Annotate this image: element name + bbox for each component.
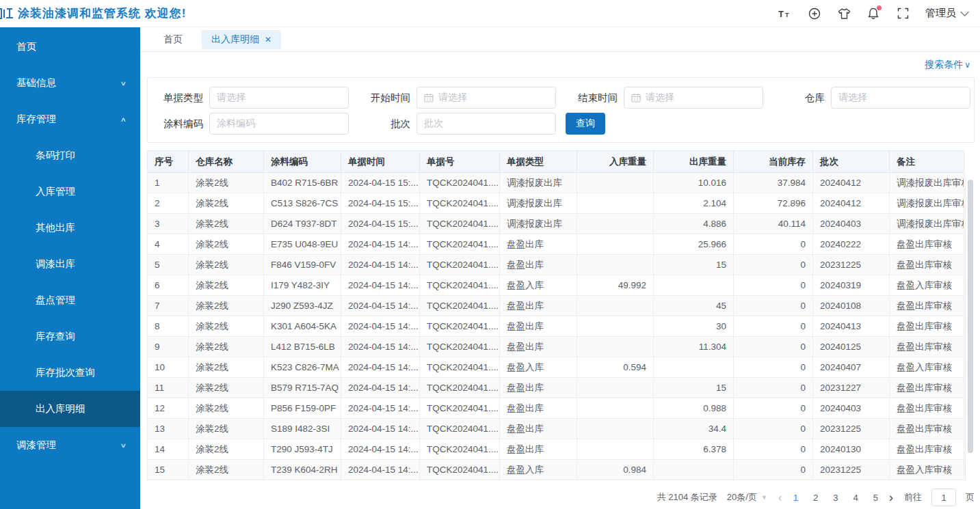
sidebar-item-label: 库存管理 — [16, 113, 56, 126]
column-header[interactable]: 涂料编码 — [264, 151, 341, 173]
cell-out-weight: 0.988 — [654, 398, 734, 419]
sidebar-item-label: 条码打印 — [36, 149, 75, 162]
cell-doc-type: 盘盈出库 — [500, 255, 577, 275]
column-header[interactable]: 序号 — [148, 151, 189, 173]
table-row[interactable]: 9 涂装2线 L412 B715-6LB 2024-04-15 14:... T… — [148, 337, 964, 357]
sidebar-item[interactable]: 调漆管理 ∨ — [0, 427, 140, 463]
sidebar-item-label: 其他出库 — [36, 221, 75, 234]
table-row[interactable]: 15 涂装2线 T239 K604-2RH 2024-04-15 14:... … — [148, 460, 964, 480]
cell-in-weight — [577, 337, 654, 357]
goto-page-input[interactable] — [931, 489, 956, 506]
cell-doc-type: 盘盈出库 — [500, 296, 577, 316]
sidebar-item[interactable]: 基础信息 ∨ — [0, 65, 140, 101]
chevron-down-icon — [960, 8, 969, 16]
table-row[interactable]: 10 涂装2线 K523 C826-7MA 2024-04-15 14:... … — [148, 357, 964, 378]
user-menu[interactable]: 管理员 — [925, 7, 966, 20]
table-row[interactable]: 12 涂装2线 P856 F159-0PF 2024-04-15 14:... … — [148, 398, 964, 419]
input-placeholder: 请选择 — [838, 92, 867, 104]
tab-close-icon[interactable] — [265, 36, 272, 44]
calendar-icon — [424, 93, 434, 102]
next-page-button[interactable] — [888, 491, 895, 504]
column-header[interactable]: 单据时间 — [341, 151, 420, 173]
column-header[interactable]: 仓库名称 — [189, 151, 264, 173]
cell-doc-time: 2024-04-15 15:... — [341, 214, 420, 234]
filter-input[interactable]: 请选择 — [209, 87, 349, 109]
filter-field: 涂料编码 涂料编码 — [148, 113, 355, 135]
table-row[interactable]: 1 涂装2线 B402 R715-6BR 2024-04-15 15:... T… — [148, 173, 964, 193]
sidebar-item[interactable]: 其他出库 — [0, 210, 140, 246]
filter-input[interactable]: 请选择 — [624, 87, 763, 109]
search-criteria-toggle[interactable]: 搜索条件∨ — [925, 59, 970, 71]
page-number[interactable]: 5 — [873, 493, 878, 503]
cell-out-weight — [654, 357, 734, 378]
table-row[interactable]: 2 涂装2线 C513 S826-7CS 2024-04-15 15:... T… — [148, 193, 964, 214]
cell-doc-type: 盘盈出库 — [500, 234, 577, 255]
filter-label: 仓库 — [769, 92, 831, 105]
theme-shirt-icon[interactable] — [837, 7, 851, 20]
column-header[interactable]: 批次 — [813, 151, 890, 173]
cell-current-stock: 0 — [734, 296, 813, 316]
cell-warehouse: 涂装2线 — [189, 214, 264, 234]
sidebar-item[interactable]: 调漆出库 — [0, 246, 140, 282]
cell-doc-time: 2024-04-15 14:... — [341, 357, 420, 378]
table-row[interactable]: 8 涂装2线 K301 A604-5KA 2024-04-15 14:... T… — [148, 316, 964, 337]
column-header[interactable]: 单据类型 — [500, 151, 577, 173]
table-row[interactable]: 6 涂装2线 I179 Y482-3IY 2024-04-15 14:... T… — [148, 275, 964, 296]
page-number[interactable]: 1 — [793, 493, 798, 503]
filter-input[interactable]: 批次 — [416, 113, 556, 135]
sidebar-item-label: 首页 — [16, 40, 36, 53]
column-header[interactable]: 入库重量 — [577, 151, 654, 173]
cell-remark: 盘盈出库审核 — [890, 398, 964, 419]
cell-remark: 盘盈出库审核 — [890, 439, 964, 460]
table-row[interactable]: 11 涂装2线 B579 R715-7AQ 2024-04-15 14:... … — [148, 378, 964, 398]
pagination: 共 2104 条记录 20条/页 1 2 3 4 5 前往 — [657, 486, 975, 508]
sidebar-item[interactable]: 首页 — [0, 29, 140, 65]
sidebar-item[interactable]: 库存批次查询 — [0, 355, 140, 391]
svg-text:T: T — [778, 9, 784, 19]
sidebar-item[interactable]: 出入库明细 — [0, 391, 140, 427]
sidebar-item[interactable]: 库存查询 — [0, 318, 140, 355]
page-size-value: 20条/页 — [727, 491, 757, 504]
calendar-icon — [631, 93, 641, 102]
table-row[interactable]: 7 涂装2线 J290 Z593-4JZ 2024-04-15 14:... T… — [148, 296, 964, 316]
table-row[interactable]: 3 涂装2线 D624 T937-8DT 2024-04-15 15:... T… — [148, 214, 964, 234]
cell-out-weight — [654, 275, 734, 296]
filter-input[interactable]: 涂料编码 — [209, 113, 349, 135]
cell-current-stock: 0 — [734, 439, 813, 460]
search-button[interactable]: 查询 — [566, 113, 605, 135]
page-number[interactable]: 2 — [813, 493, 818, 503]
sidebar-item[interactable]: 入库管理 — [0, 174, 140, 210]
table-row[interactable]: 4 涂装2线 E735 U048-9EU 2024-04-15 14:... T… — [148, 234, 964, 255]
sidebar-item[interactable]: 盘点管理 — [0, 282, 140, 318]
sidebar-item[interactable]: 库存管理 ∧ — [0, 101, 140, 137]
column-header[interactable]: 备注 — [890, 151, 964, 173]
cell-paint-code: J290 Z593-4JZ — [264, 296, 341, 316]
page-number[interactable]: 4 — [853, 493, 858, 503]
plus-circle-icon[interactable] — [808, 7, 821, 20]
font-size-icon[interactable]: T T — [778, 7, 792, 20]
cell-paint-code: D624 T937-8DT — [264, 214, 341, 234]
cell-doc-time: 2024-04-15 14:... — [341, 378, 420, 398]
table-row[interactable]: 13 涂装2线 S189 I482-3SI 2024-04-15 14:... … — [148, 419, 964, 439]
column-header[interactable]: 出库重量 — [654, 151, 734, 173]
tab[interactable]: 首页 — [154, 30, 192, 49]
cell-doc-type: 盘盈入库 — [500, 275, 577, 296]
table-row[interactable]: 5 涂装2线 F846 V159-0FV 2024-04-15 14:... T… — [148, 255, 964, 275]
prev-page-button[interactable] — [777, 491, 784, 504]
filter-row-1: 单据类型 请选择 开始时间 — [148, 85, 967, 111]
cell-in-weight — [577, 296, 654, 316]
tab[interactable]: 出入库明细 — [202, 30, 281, 49]
page-size-select[interactable]: 20条/页 — [727, 491, 767, 504]
table-scrollbar[interactable] — [965, 173, 975, 482]
fullscreen-icon[interactable] — [896, 7, 910, 20]
sidebar-item[interactable]: 条码打印 — [0, 137, 140, 174]
page-number[interactable]: 3 — [833, 493, 838, 503]
filter-input[interactable]: 请选择 — [831, 87, 970, 109]
filter-input[interactable]: 请选择 — [416, 87, 556, 109]
column-header[interactable]: 单据号 — [420, 151, 500, 173]
cell-doc-no: TQCK2024041.... — [420, 419, 500, 439]
column-header[interactable]: 当前库存 — [734, 151, 813, 173]
notification-bell-icon[interactable] — [866, 7, 880, 20]
scrollbar-thumb[interactable] — [968, 180, 973, 453]
table-row[interactable]: 14 涂装2线 T290 J593-4TJ 2024-04-15 14:... … — [148, 439, 964, 460]
